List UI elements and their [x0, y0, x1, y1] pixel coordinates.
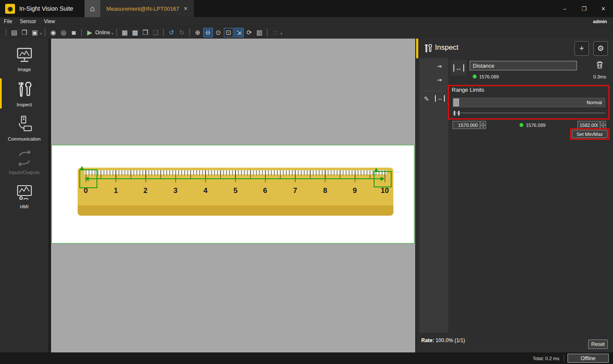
main-toolbar: ▤ ❒ ▣ ▾ ◉ ◎ ◙ ▶ Online ▾ ▦ ▩ ❐ ❏ ↺ ↻ ⊕ ⊖… — [0, 26, 613, 39]
tool-result-value: 1576.089 — [479, 74, 499, 79]
left-sidebar: Image Inspect Communication — [0, 39, 48, 352]
copy-button[interactable]: ❐ — [141, 28, 150, 37]
sidebar-item-inspect[interactable]: Inspect — [0, 76, 48, 111]
snap-edge-icon-1[interactable]: ⇥ — [437, 63, 442, 69]
app-title: In-Sight Vision Suite — [19, 5, 73, 12]
zoom-fit-button[interactable]: ⇲ — [234, 28, 244, 37]
min-spin-up-icon[interactable]: ▲ — [480, 121, 486, 125]
rate-value: 100.0% (1/1) — [435, 337, 465, 343]
add-tool-button[interactable]: + — [574, 41, 589, 56]
sidebar-item-communication[interactable]: Communication — [0, 111, 48, 145]
inspect-tools-icon — [423, 43, 433, 54]
undo-button[interactable]: ↺ — [167, 28, 176, 37]
open-job-button[interactable]: ❒ — [20, 28, 29, 37]
sidebar-label-inputs-outputs: Inputs/Outputs — [9, 170, 40, 175]
ruler-number: 9 — [353, 187, 356, 195]
rotate-view-button[interactable]: ⟳ — [245, 28, 254, 37]
ruler-bottom-strip — [78, 205, 393, 216]
min-spin-down-icon[interactable]: ▼ — [480, 125, 486, 129]
distance-arrow-right-icon — [380, 177, 385, 181]
range-min-handle[interactable] — [453, 111, 456, 116]
title-bar: ◉ In-Sight Vision Suite ⌂ Measurement@IN… — [0, 0, 613, 17]
tab-close-icon[interactable]: ✕ — [184, 6, 188, 12]
range-max-input[interactable] — [577, 121, 600, 129]
online-dropdown-icon[interactable]: ▾ — [112, 32, 113, 36]
online-play-icon[interactable]: ▶ — [85, 28, 94, 37]
extra-dropdown-icon[interactable]: ▾ — [281, 32, 282, 36]
online-label[interactable]: Online — [95, 30, 110, 36]
zoom-actual-button[interactable]: ⊙ — [214, 28, 223, 37]
home-tab[interactable]: ⌂ — [85, 0, 100, 17]
menu-file[interactable]: File — [0, 18, 16, 24]
range-track-line — [453, 113, 605, 113]
delete-tool-icon[interactable] — [596, 60, 604, 69]
max-spin-down-icon[interactable]: ▼ — [601, 125, 606, 129]
toolbar-grip — [5, 29, 7, 36]
current-value-label: 1576.089 — [526, 123, 546, 128]
close-button[interactable]: ✕ — [594, 0, 613, 17]
redo-button[interactable]: ↻ — [177, 28, 187, 37]
distance-tool-icon[interactable]: ↔ — [435, 95, 445, 102]
live-camera-button[interactable]: ◉ — [48, 28, 58, 37]
image-canvas[interactable]: 0 1 2 3 4 5 6 7 8 9 10 — [51, 39, 415, 352]
distance-measure-line — [87, 178, 383, 179]
minimize-button[interactable]: – — [555, 0, 574, 17]
pencil-edit-icon[interactable]: ✎ — [424, 95, 429, 103]
paste-button[interactable]: ❏ — [151, 28, 160, 37]
range-slider-track[interactable] — [453, 111, 605, 116]
image-overlay-button[interactable]: ▩ — [130, 28, 140, 37]
toolbar-grip — [44, 29, 46, 36]
edge-marker-right-icon — [374, 168, 378, 171]
show-image-button[interactable]: ▥ — [255, 28, 264, 37]
sidebar-item-hmi[interactable]: HMI — [0, 179, 48, 214]
zoom-in-button[interactable]: ⊕ — [193, 28, 202, 37]
range-mode-handle[interactable] — [453, 99, 459, 106]
ruler-number: 2 — [143, 187, 147, 195]
tools-icon — [15, 80, 34, 99]
range-mode-slider[interactable]: Normal — [453, 98, 605, 107]
range-min-spinner[interactable]: ▲ ▼ — [480, 121, 486, 129]
menu-sensor[interactable]: Sensor — [16, 18, 40, 24]
settings-gear-button[interactable]: ⚙ — [593, 41, 608, 56]
sidebar-label-image: Image — [18, 67, 31, 72]
tab-label: Measurement@IN-LPT00167 — [106, 6, 179, 12]
set-minmax-button[interactable]: Set Min/Max — [572, 130, 607, 138]
acquired-image-area[interactable]: 0 1 2 3 4 5 6 7 8 9 10 — [51, 145, 414, 244]
maximize-button[interactable]: ❐ — [574, 0, 594, 17]
extra-tools-icon[interactable]: ∷ — [271, 28, 280, 37]
range-limits-title: Range Limits — [452, 87, 484, 93]
zoom-region-button[interactable]: ⊡ — [224, 28, 233, 37]
total-time-label: Total: 0.2 ms — [533, 356, 559, 361]
tool-name-input[interactable] — [470, 61, 577, 70]
menu-view[interactable]: View — [40, 18, 59, 24]
ruler-number: 8 — [323, 187, 327, 195]
save-dropdown-icon[interactable]: ▾ — [40, 32, 42, 36]
snapshot-button[interactable]: ◎ — [59, 28, 68, 37]
save-job-button[interactable]: ▣ — [30, 28, 39, 37]
tool-pass-dot — [473, 75, 477, 78]
panel-accent-bar — [416, 39, 418, 58]
new-job-button[interactable]: ▤ — [9, 28, 19, 37]
image-display-button[interactable]: ▦ — [120, 28, 130, 37]
range-max-spinner[interactable]: ▲ ▼ — [601, 121, 606, 129]
toolbar-grip — [116, 29, 118, 36]
current-value-dot — [519, 123, 523, 127]
snap-edge-icon-2[interactable]: ⇥ — [437, 76, 442, 83]
range-max-handle[interactable] — [458, 111, 460, 116]
status-bar: Total: 0.2 ms Offline — [0, 352, 613, 364]
range-min-input[interactable] — [453, 121, 480, 129]
sidebar-label-communication: Communication — [8, 136, 40, 141]
sidebar-item-image[interactable]: Image — [0, 42, 48, 76]
zoom-out-button[interactable]: ⊖ — [203, 28, 213, 37]
ruler-number: 4 — [203, 187, 207, 195]
connection-status-button[interactable]: Offline — [568, 354, 609, 363]
reset-button[interactable]: Reset — [588, 340, 608, 349]
home-icon: ⌂ — [90, 4, 95, 13]
document-tab[interactable]: Measurement@IN-LPT00167 ✕ — [100, 0, 194, 17]
record-button[interactable]: ◙ — [69, 28, 79, 37]
ruler-number: 5 — [233, 187, 237, 195]
sidebar-label-hmi: HMI — [20, 204, 28, 209]
sidebar-label-inspect: Inspect — [17, 102, 32, 107]
logo-glyph: ◉ — [7, 5, 12, 12]
max-spin-up-icon[interactable]: ▲ — [601, 121, 606, 125]
